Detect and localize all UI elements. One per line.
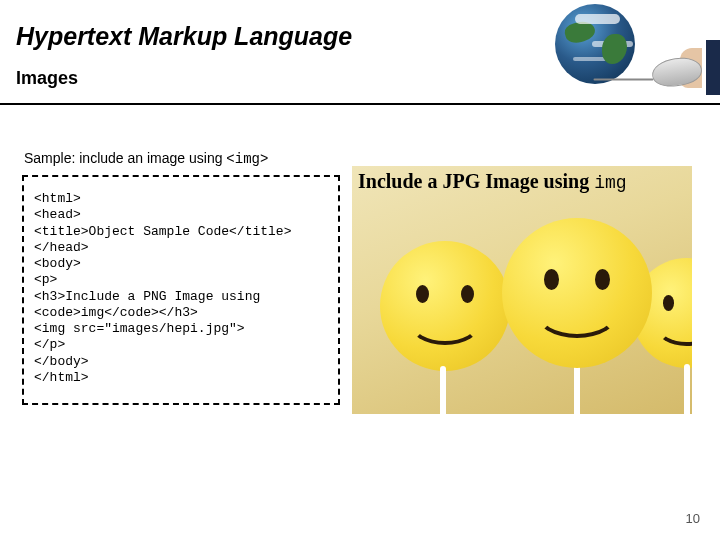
sample-caption-text: Sample: include an image using <box>24 150 226 166</box>
smiley-image <box>380 241 510 371</box>
sample-caption-tag: <img> <box>226 151 268 167</box>
preview-heading-text: Include a JPG Image using <box>358 170 594 192</box>
slide-subtitle: Images <box>16 68 78 89</box>
header-decorative-image <box>490 0 720 95</box>
slide-title: Hypertext Markup Language <box>16 22 352 51</box>
preview-heading: Include a JPG Image using img <box>358 170 627 193</box>
header-divider <box>0 103 720 105</box>
sleeve-illustration <box>702 40 720 95</box>
sample-caption: Sample: include an image using <img> <box>24 150 268 167</box>
smiley-image <box>502 218 652 368</box>
rendered-preview: Include a JPG Image using img <box>352 166 692 414</box>
globe-icon <box>555 4 635 84</box>
stick-illustration <box>440 366 446 414</box>
page-number: 10 <box>686 511 700 526</box>
stick-illustration <box>684 364 690 414</box>
stick-illustration <box>574 364 580 414</box>
code-sample-box: <html> <head> <title>Object Sample Code<… <box>22 175 340 405</box>
preview-heading-code: img <box>594 173 626 193</box>
slide-header: Hypertext Markup Language Images <box>0 0 720 105</box>
